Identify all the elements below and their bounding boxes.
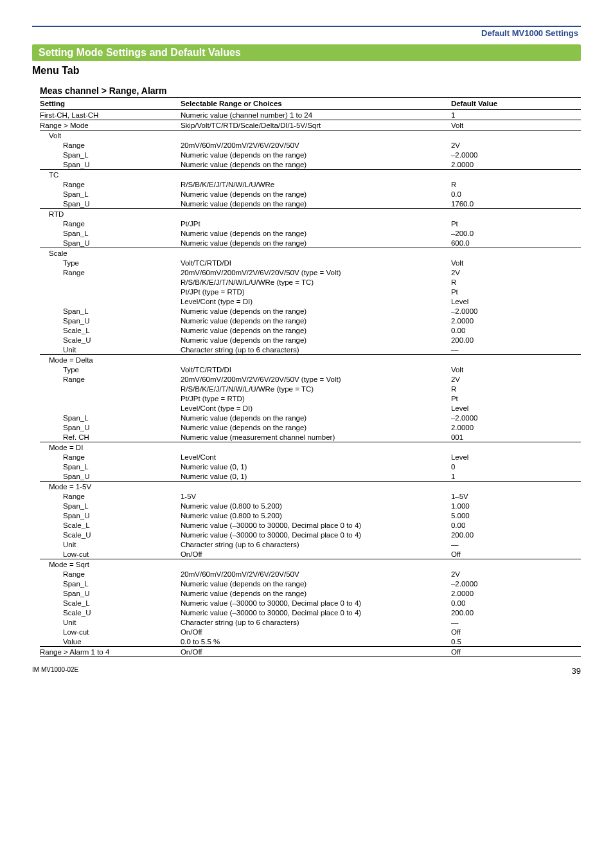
cell-setting: Value — [40, 637, 181, 647]
page-footer: IM MV1000-02E 39 — [32, 666, 581, 676]
table-row: Span_LNumeric value (depends on the rang… — [40, 189, 581, 199]
cell-choices: Numeric value (depends on the range) — [181, 150, 451, 159]
cell-setting: Low-cut — [40, 627, 181, 637]
table-row: RangePt/JPtPt — [40, 219, 581, 228]
cell-setting: Scale_U — [40, 608, 181, 617]
cell-setting: Volt — [40, 131, 181, 141]
table-row: TypeVolt/TC/RTD/DIVolt — [40, 365, 581, 374]
col-default-header: Default Value — [451, 98, 581, 110]
table-row: Ref. CHNumeric value (measurement channe… — [40, 432, 581, 442]
cell-setting: Range — [40, 452, 181, 462]
cell-setting: Span_L — [40, 413, 181, 422]
table-row: Mode = DI — [40, 442, 581, 453]
cell-setting: Span_U — [40, 159, 181, 170]
table-row: Range20mV/60mV/200mV/2V/6V/20V/50V2V — [40, 569, 581, 579]
cell-setting: Span_U — [40, 588, 181, 598]
cell-default: Pt — [451, 219, 581, 228]
menu-tab-heading: Menu Tab — [32, 65, 581, 77]
table-row: RangeLevel/ContLevel — [40, 452, 581, 462]
cell-default: –2.0000 — [451, 413, 581, 422]
cell-setting: Scale — [40, 248, 181, 258]
cell-setting: Scale_L — [40, 520, 181, 530]
table-row: Span_LNumeric value (depends on the rang… — [40, 306, 581, 316]
cell-choices: On/Off — [181, 549, 451, 559]
cell-default: 2V — [451, 267, 581, 277]
cell-setting: Span_L — [40, 462, 181, 471]
cell-choices: Numeric value (0.800 to 5.200) — [181, 501, 451, 511]
cell-choices: Level/Cont — [181, 452, 451, 462]
cell-default: 200.00 — [451, 530, 581, 539]
table-row: Low-cutOn/OffOff — [40, 627, 581, 637]
table-row: Scale_UNumeric value (–30000 to 30000, D… — [40, 530, 581, 539]
doc-id: IM MV1000-02E — [32, 666, 78, 676]
cell-setting — [40, 393, 181, 403]
table-row: Span_LNumeric value (0, 1)0 — [40, 462, 581, 471]
cell-choices: Numeric value (depends on the range) — [181, 588, 451, 598]
cell-choices: 1-5V — [181, 491, 451, 501]
cell-choices: Pt/JPt (type = RTD) — [181, 287, 451, 296]
table-row: Scale_UNumeric value (depends on the ran… — [40, 335, 581, 345]
cell-choices — [181, 559, 451, 570]
col-setting-header: Setting — [40, 98, 181, 110]
cell-default: 0.0 — [451, 189, 581, 199]
cell-choices: Volt/TC/RTD/DI — [181, 258, 451, 267]
cell-default: — — [451, 617, 581, 627]
cell-default: 5.000 — [451, 511, 581, 520]
table-row: Value0.0 to 5.5 %0.5 — [40, 637, 581, 647]
cell-default: 0.00 — [451, 325, 581, 335]
cell-choices: Numeric value (–30000 to 30000, Decimal … — [181, 598, 451, 608]
table-row: Range20mV/60mV/200mV/2V/6V/20V/50V2V — [40, 140, 581, 150]
cell-default: 1760.0 — [451, 199, 581, 209]
cell-choices — [181, 442, 451, 453]
cell-setting: Span_L — [40, 579, 181, 588]
cell-choices: On/Off — [181, 647, 451, 657]
table-row: Span_UNumeric value (0, 1)1 — [40, 471, 581, 482]
cell-choices — [181, 482, 451, 492]
cell-choices: Numeric value (depends on the range) — [181, 579, 451, 588]
cell-choices: Pt/JPt — [181, 219, 451, 228]
table-row: UnitCharacter string (up to 6 characters… — [40, 617, 581, 627]
cell-choices — [181, 170, 451, 180]
cell-setting: Span_L — [40, 228, 181, 238]
cell-default: 001 — [451, 432, 581, 442]
table-row: Range > Alarm 1 to 4On/OffOff — [40, 647, 581, 657]
table-title: Meas channel > Range, Alarm — [40, 86, 581, 96]
cell-choices: Numeric value (0.800 to 5.200) — [181, 511, 451, 520]
cell-choices: Character string (up to 6 characters) — [181, 539, 451, 549]
cell-setting — [40, 403, 181, 413]
cell-setting: Range — [40, 491, 181, 501]
cell-setting: Span_L — [40, 189, 181, 199]
cell-choices: Numeric value (depends on the range) — [181, 199, 451, 209]
cell-setting: Span_U — [40, 422, 181, 432]
cell-setting: Span_L — [40, 501, 181, 511]
cell-default: –2.0000 — [451, 306, 581, 316]
table-row: RTD — [40, 209, 581, 219]
table-row: Scale_UNumeric value (–30000 to 30000, D… — [40, 608, 581, 617]
table-row: Low-cutOn/OffOff — [40, 549, 581, 559]
cell-default — [451, 482, 581, 492]
table-row: Range20mV/60mV/200mV/2V/6V/20V/50V (type… — [40, 374, 581, 384]
cell-choices: Numeric value (0, 1) — [181, 471, 451, 482]
cell-choices: Numeric value (depends on the range) — [181, 228, 451, 238]
cell-choices: 20mV/60mV/200mV/2V/6V/20V/50V — [181, 569, 451, 579]
cell-default: — — [451, 345, 581, 355]
cell-default: Volt — [451, 365, 581, 374]
cell-setting: Span_U — [40, 316, 181, 325]
cell-default: 600.0 — [451, 238, 581, 248]
cell-choices — [181, 248, 451, 258]
cell-choices: Volt/TC/RTD/DI — [181, 365, 451, 374]
col-choices-header: Selectable Range or Choices — [181, 98, 451, 110]
cell-setting: Unit — [40, 345, 181, 355]
cell-setting: Scale_U — [40, 530, 181, 539]
cell-choices: 20mV/60mV/200mV/2V/6V/20V/50V (type = Vo… — [181, 374, 451, 384]
cell-default: 2.0000 — [451, 422, 581, 432]
table-row: Span_LNumeric value (depends on the rang… — [40, 228, 581, 238]
cell-setting: Scale_L — [40, 598, 181, 608]
cell-default: — — [451, 539, 581, 549]
cell-default: R — [451, 384, 581, 393]
cell-choices: Pt/JPt (type = RTD) — [181, 393, 451, 403]
cell-setting: Span_L — [40, 306, 181, 316]
table-row: UnitCharacter string (up to 6 characters… — [40, 539, 581, 549]
cell-default: Off — [451, 647, 581, 657]
cell-default: Level — [451, 452, 581, 462]
